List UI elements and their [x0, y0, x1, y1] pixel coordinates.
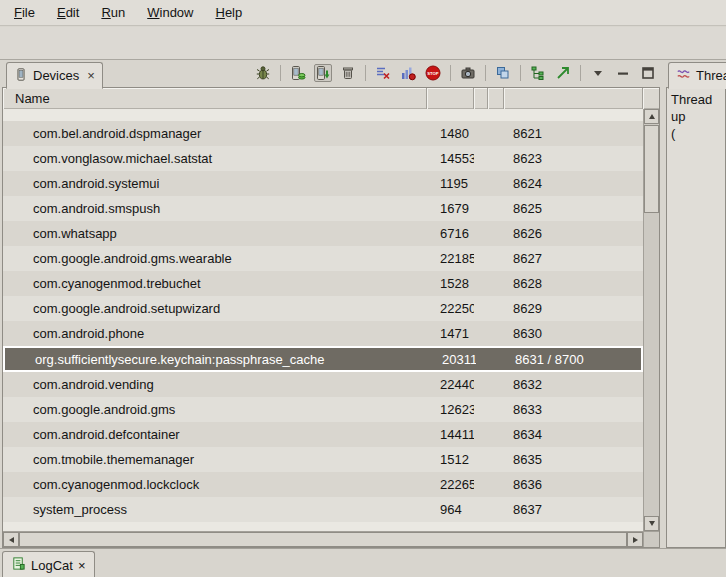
toolbar-separator — [280, 65, 281, 81]
process-port: 8623 — [504, 151, 643, 166]
process-row[interactable]: com.android.systemui 1195 8624 — [3, 171, 643, 196]
process-pid: 1195 — [427, 176, 474, 191]
process-row[interactable]: com.google.android.gms 12623 8633 — [3, 397, 643, 422]
process-port: 8634 — [504, 427, 643, 442]
scroll-left-button[interactable] — [3, 532, 19, 547]
horizontal-scrollbar[interactable] — [3, 531, 659, 547]
update-threads-icon[interactable] — [374, 64, 392, 82]
process-name: com.google.android.gms.wearable — [3, 251, 427, 266]
dump-hprof-icon[interactable] — [314, 64, 332, 82]
menu-item[interactable]: Run — [90, 1, 136, 24]
device-icon — [14, 67, 28, 85]
process-port: 8625 — [504, 201, 643, 216]
process-name: com.android.vending — [3, 377, 427, 392]
process-row[interactable]: com.google.android.setupwizard 22250 862… — [3, 296, 643, 321]
process-pid: 964 — [427, 502, 474, 517]
view-menu-icon[interactable] — [589, 64, 607, 82]
tab-devices-label: Devices — [33, 68, 79, 83]
menu-item[interactable]: File — [3, 1, 46, 24]
process-port: 8621 — [504, 126, 643, 141]
process-name: system_process — [3, 502, 427, 517]
stop-label: STOP — [427, 71, 439, 76]
process-row[interactable]: com.bel.android.dspmanager 1480 8621 — [3, 121, 643, 146]
process-port: 8636 — [504, 477, 643, 492]
scroll-down-button[interactable] — [644, 516, 659, 531]
process-row[interactable]: org.sufficientlysecure.keychain:passphra… — [3, 346, 643, 372]
process-row[interactable]: com.whatsapp 6716 8626 — [3, 221, 643, 246]
toolbar-separator — [450, 65, 451, 81]
process-name: com.cyanogenmod.lockclock — [3, 477, 427, 492]
process-pid: 14553 — [427, 151, 474, 166]
column-header-pid[interactable] — [427, 88, 474, 109]
scroll-right-button[interactable] — [627, 532, 643, 547]
devices-table: Name com.bel.android.dspmanager 1480 — [2, 87, 660, 548]
process-row[interactable]: com.tmobile.thememanager 1512 8635 — [3, 447, 643, 472]
vertical-scroll-track[interactable] — [644, 124, 659, 516]
close-icon[interactable]: × — [87, 69, 95, 82]
process-row[interactable]: com.google.android.gms.wearable 22185 86… — [3, 246, 643, 271]
table-body-wrap: com.bel.android.dspmanager 1480 8621 com… — [3, 109, 659, 531]
tab-threads-label: Threads — [696, 68, 726, 83]
process-port: 8637 — [504, 502, 643, 517]
column-header-threads[interactable] — [488, 88, 504, 109]
process-port: 8633 — [504, 402, 643, 417]
process-row[interactable]: com.android.phone 1471 8630 — [3, 321, 643, 346]
menu-item[interactable]: Edit — [46, 1, 90, 24]
vertical-scrollbar[interactable] — [643, 109, 659, 531]
process-row[interactable]: com.cyanogenmod.lockclock 22265 8636 — [3, 472, 643, 497]
process-row[interactable]: com.android.vending 22440 8632 — [3, 372, 643, 397]
diagonal-arrow-icon[interactable] — [554, 64, 572, 82]
tab-logcat[interactable]: LogCat × — [2, 551, 95, 577]
toolbar-separator — [580, 65, 581, 81]
view-hierarchy-icon[interactable] — [494, 64, 512, 82]
column-header-heap[interactable] — [474, 88, 488, 109]
process-list: com.bel.android.dspmanager 1480 8621 com… — [3, 109, 643, 531]
process-row[interactable]: system_process 964 8637 — [3, 497, 643, 522]
vertical-scroll-thumb[interactable] — [644, 125, 659, 213]
process-pid: 6716 — [427, 226, 474, 241]
tab-threads[interactable]: Threads × — [668, 62, 726, 89]
process-pid: 14411 — [427, 427, 474, 442]
process-name: com.tmobile.thememanager — [3, 452, 427, 467]
threads-icon — [676, 67, 691, 85]
column-header-port[interactable] — [504, 88, 643, 109]
process-row[interactable]: com.vonglasow.michael.satstat 14553 8623 — [3, 146, 643, 171]
threads-message-line1: Thread up — [671, 91, 721, 125]
bottom-tab-bar: LogCat × — [0, 548, 726, 577]
toolbar-separator — [485, 65, 486, 81]
process-port: 8629 — [504, 301, 643, 316]
menu-item[interactable]: Help — [204, 1, 253, 24]
debug-process-icon[interactable] — [254, 64, 272, 82]
scroll-up-button[interactable] — [644, 109, 659, 124]
devices-toolbar: STOP — [254, 64, 657, 82]
horizontal-scroll-track[interactable] — [19, 532, 627, 547]
process-row[interactable]: com.android.defcontainer 14411 8634 — [3, 422, 643, 447]
process-row[interactable]: com.android.smspush 1679 8625 — [3, 196, 643, 221]
screen-capture-icon[interactable] — [459, 64, 477, 82]
process-pid: 1512 — [427, 452, 474, 467]
cause-gc-icon[interactable] — [339, 64, 357, 82]
close-icon[interactable]: × — [78, 558, 86, 573]
tab-logcat-label: LogCat — [31, 558, 73, 573]
horizontal-scroll-thumb[interactable] — [19, 532, 627, 547]
main-toolbar-strip — [0, 27, 726, 60]
maximize-icon[interactable] — [639, 64, 657, 82]
menu-item[interactable]: Window — [136, 1, 204, 24]
tab-devices[interactable]: Devices × — [6, 62, 103, 89]
tree-view-icon[interactable] — [529, 64, 547, 82]
start-method-profiling-icon[interactable] — [399, 64, 417, 82]
process-pid: 1480 — [427, 126, 474, 141]
devices-tabbar: Devices × STOP — [2, 60, 660, 88]
threads-message-line2: ( — [671, 125, 721, 142]
threads-content-area: Thread up ( — [666, 87, 726, 548]
down-arrow-icon — [649, 521, 655, 526]
process-name: com.android.systemui — [3, 176, 427, 191]
minimize-icon[interactable] — [614, 64, 632, 82]
process-name: com.cyanogenmod.trebuchet — [3, 276, 427, 291]
column-header-name[interactable]: Name — [3, 88, 427, 109]
stop-process-icon[interactable]: STOP — [424, 64, 442, 82]
update-heap-icon[interactable] — [289, 64, 307, 82]
threads-tabbar: Threads × — [666, 60, 726, 88]
process-row[interactable]: com.cyanogenmod.trebuchet 1528 8628 — [3, 271, 643, 296]
process-port: 8630 — [504, 326, 643, 341]
